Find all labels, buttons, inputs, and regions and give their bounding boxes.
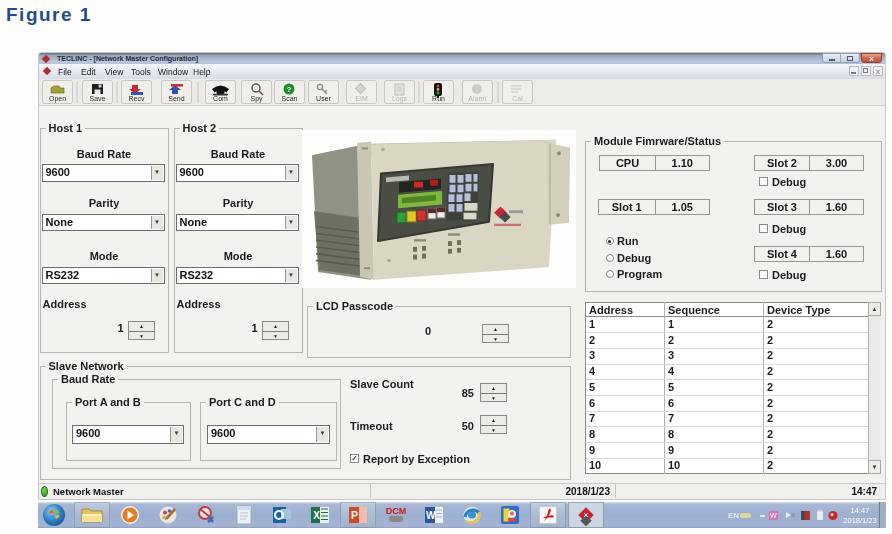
svg-text:Save: Save	[90, 95, 106, 102]
svg-text:?: ?	[287, 85, 292, 94]
svg-text:Logs: Logs	[392, 95, 408, 103]
svg-text:W: W	[770, 512, 777, 519]
svg-text:Com: Com	[213, 95, 228, 102]
svg-text:EIM: EIM	[355, 95, 368, 102]
svg-text:EN: EN	[728, 511, 739, 520]
svg-text:Scan: Scan	[282, 95, 298, 102]
svg-text:Run: Run	[432, 95, 445, 102]
svg-text:Open: Open	[49, 95, 66, 103]
svg-text:2018/1/23: 2018/1/23	[843, 516, 876, 525]
svg-text:Alarm: Alarm	[468, 95, 486, 102]
svg-text:14:47: 14:47	[851, 506, 870, 515]
svg-text:X: X	[313, 510, 320, 521]
svg-text:Send: Send	[168, 95, 184, 102]
svg-text:P: P	[351, 509, 358, 521]
svg-text:Spy: Spy	[250, 95, 263, 103]
svg-text:W: W	[426, 510, 436, 521]
svg-text:Recv: Recv	[129, 95, 145, 102]
svg-text:DCM: DCM	[386, 506, 407, 516]
svg-text:Cal: Cal	[512, 95, 523, 102]
svg-text:User: User	[316, 95, 331, 102]
